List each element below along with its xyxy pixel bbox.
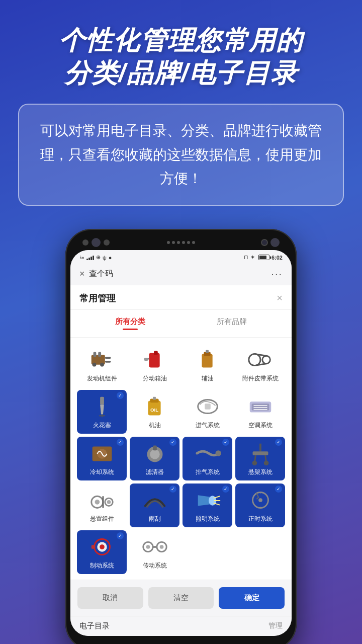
- category-label: 传动系统: [143, 561, 167, 570]
- category-icon: OIL: [140, 394, 170, 419]
- category-label: 照明系统: [196, 515, 220, 523]
- category-item[interactable]: 正时系统: [235, 484, 285, 527]
- selected-checkmark: [275, 486, 282, 493]
- svg-line-16: [254, 364, 266, 366]
- svg-point-42: [252, 460, 257, 465]
- tab-all-categories[interactable]: 所有分类: [79, 315, 181, 332]
- svg-rect-12: [206, 350, 209, 353]
- category-item[interactable]: OIL机油: [130, 390, 179, 434]
- svg-point-6: [100, 363, 104, 367]
- category-label: 火花塞: [93, 421, 111, 430]
- selected-checkmark: [222, 486, 229, 493]
- signal-bars: [86, 255, 94, 260]
- category-item[interactable]: 分动箱油: [130, 343, 179, 387]
- status-dot: ●: [109, 255, 112, 261]
- description-card: 可以对常用电子目录、分类、品牌进行收藏管理，只查看您收藏的这些数据信息，使用更加…: [18, 104, 344, 206]
- status-misc: ψ: [103, 255, 107, 261]
- svg-rect-10: [202, 354, 212, 367]
- notch-dot-4: [182, 241, 185, 244]
- category-item[interactable]: 空调系统: [235, 390, 285, 434]
- status-bar: ㎞ ⊕ ψ ● ⊓ ✶: [70, 250, 292, 263]
- svg-rect-1: [105, 357, 111, 359]
- front-cam-circle: [261, 239, 268, 246]
- tab-all-brands[interactable]: 所有品牌: [181, 315, 283, 332]
- nav-close-icon[interactable]: ×: [79, 269, 85, 279]
- category-item[interactable]: 排气系统: [183, 437, 232, 480]
- phone-body: ㎞ ⊕ ψ ● ⊓ ✶: [65, 229, 297, 644]
- category-tabs-row: 所有分类 所有品牌: [70, 310, 292, 338]
- battery-fill: [259, 256, 266, 259]
- notch-dot-5: [187, 241, 190, 244]
- svg-rect-2: [105, 361, 111, 363]
- category-item[interactable]: 滤清器: [130, 437, 179, 480]
- category-icon: [140, 534, 170, 559]
- categories-grid: 发动机组件分动箱油辅油附件皮带系统火花塞OIL机油进气系统空调系统冷却系统滤清器…: [70, 338, 292, 580]
- selected-checkmark: [169, 486, 176, 493]
- svg-rect-23: [153, 396, 156, 399]
- category-item[interactable]: 照明系统: [183, 484, 232, 527]
- selected-checkmark: [222, 439, 229, 446]
- nfc-icon: ⊓: [244, 254, 248, 261]
- svg-rect-4: [98, 352, 101, 357]
- svg-rect-7: [149, 353, 159, 367]
- camera-dot-2: [92, 238, 101, 247]
- category-icon: [245, 394, 276, 419]
- confirm-button[interactable]: 确定: [219, 587, 285, 609]
- svg-point-13: [248, 354, 260, 365]
- category-label: 制动系统: [90, 561, 114, 570]
- category-label: 附件皮带系统: [242, 374, 279, 383]
- category-icon: [87, 347, 117, 372]
- svg-point-35: [150, 449, 159, 459]
- cancel-button[interactable]: 取消: [77, 587, 143, 609]
- nav-more-button[interactable]: ···: [271, 268, 283, 280]
- notch-dot-3: [177, 241, 180, 244]
- notch-dot-6: [192, 241, 195, 244]
- category-icon: [87, 441, 117, 466]
- status-right: ⊓ ✶ 6:02: [244, 254, 283, 261]
- modal-close-button[interactable]: ×: [277, 292, 283, 304]
- svg-rect-9: [144, 358, 148, 361]
- svg-rect-26: [205, 404, 211, 410]
- svg-rect-8: [154, 351, 158, 355]
- category-label: 排气系统: [196, 468, 220, 476]
- phone-screen: ㎞ ⊕ ψ ● ⊓ ✶: [70, 250, 292, 636]
- bottom-left-label: 电子目录: [79, 621, 110, 631]
- category-label: 冷却系统: [90, 468, 114, 476]
- front-camera-right: [239, 238, 280, 247]
- category-item[interactable]: 附件皮带系统: [235, 343, 285, 387]
- bottom-bar: 电子目录 管理: [70, 616, 292, 636]
- category-item[interactable]: 辅油: [183, 343, 232, 387]
- category-item[interactable]: 进气系统: [183, 390, 232, 434]
- signal-bar-2: [88, 258, 90, 260]
- category-item[interactable]: 悬架系统: [235, 437, 285, 480]
- clear-button[interactable]: 清空: [148, 587, 214, 609]
- bottom-right-label[interactable]: 管理: [268, 621, 283, 630]
- selected-checkmark: [169, 439, 176, 446]
- phone-hardware-bar: [70, 238, 292, 250]
- svg-point-5: [92, 363, 96, 367]
- svg-point-65: [159, 545, 163, 549]
- category-item[interactable]: 火花塞: [77, 390, 127, 434]
- category-label: 雨刮: [149, 515, 161, 523]
- svg-point-47: [107, 500, 111, 504]
- category-item[interactable]: 制动系统: [77, 530, 127, 574]
- description-text: 可以对常用电子目录、分类、品牌进行收藏管理，只查看您收藏的这些数据信息，使用更加…: [35, 119, 327, 191]
- phone-notch: [157, 239, 205, 246]
- category-item[interactable]: 雨刮: [130, 484, 179, 527]
- category-item[interactable]: 悬置组件: [77, 484, 127, 527]
- category-item[interactable]: 发动机组件: [77, 343, 127, 387]
- category-label: 发动机组件: [87, 374, 117, 383]
- action-buttons-row: 取消 清空 确定: [70, 580, 292, 616]
- svg-point-54: [258, 498, 262, 502]
- category-label: 机油: [149, 421, 161, 430]
- category-label: 分动箱油: [143, 374, 167, 383]
- cam-right-dot: [270, 238, 280, 247]
- category-item[interactable]: 冷却系统: [77, 437, 127, 480]
- signal-bar-3: [90, 257, 92, 260]
- category-label: 滤清器: [146, 468, 164, 476]
- battery-icon: [258, 255, 269, 260]
- svg-point-14: [262, 356, 269, 363]
- category-icon: [140, 347, 170, 372]
- category-item[interactable]: 传动系统: [130, 530, 179, 574]
- nav-left: × 查个码: [79, 269, 113, 279]
